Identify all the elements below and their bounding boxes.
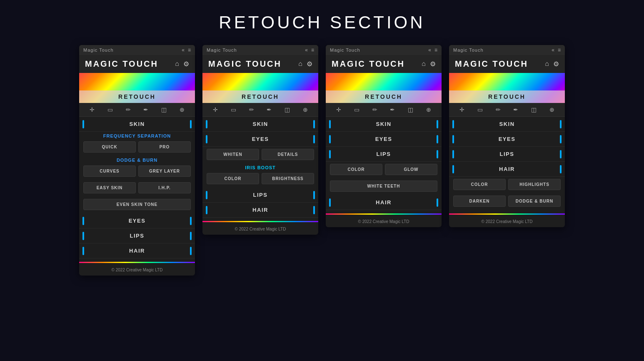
settings-icon[interactable]: ⚙	[307, 60, 312, 68]
panel-3: Magic Touch « ≡ MAGIC TOUCH ⌂ ⚙ RETOUCH …	[326, 45, 442, 227]
section-label: LIPS	[331, 148, 437, 160]
panel-1: Magic Touch « ≡ MAGIC TOUCH ⌂ ⚙ RETOUCH …	[79, 45, 195, 276]
page-title: RETOUCH SECTION	[219, 13, 425, 33]
home-icon[interactable]: ⌂	[422, 60, 426, 68]
section-row[interactable]: HAIR	[202, 203, 318, 218]
home-icon[interactable]: ⌂	[298, 60, 302, 68]
toolbar-icon[interactable]: ✒	[267, 106, 272, 113]
section-row[interactable]: EYES	[202, 132, 318, 147]
settings-icon[interactable]: ⚙	[553, 60, 559, 68]
panel-topbar-icons: « ≡	[428, 47, 437, 53]
toolbar-icon[interactable]: ▭	[231, 106, 236, 113]
menu-icon[interactable]: ≡	[311, 47, 314, 53]
panel-banner-overlay: RETOUCH	[202, 90, 318, 103]
toolbar-icon[interactable]: ✛	[459, 106, 464, 113]
panel-button[interactable]: EVEN SKIN TONE	[83, 199, 191, 210]
section-row[interactable]: LIPS	[79, 228, 195, 243]
toolbar-icon[interactable]: ▭	[477, 106, 483, 113]
settings-icon[interactable]: ⚙	[183, 60, 189, 68]
panel-button[interactable]: COLOR	[330, 164, 382, 175]
section-indicator-right	[437, 150, 438, 158]
menu-icon[interactable]: ≡	[558, 47, 561, 53]
toolbar-icon[interactable]: ✛	[213, 106, 218, 113]
panel-button[interactable]: GREY LAYER	[138, 165, 191, 177]
toolbar-icon[interactable]: ◫	[408, 106, 413, 113]
collapse-icon[interactable]: «	[428, 47, 431, 53]
panel-button[interactable]: PRO	[138, 141, 191, 153]
panel-button[interactable]: I.H.P.	[138, 182, 191, 193]
panel-4: Magic Touch « ≡ MAGIC TOUCH ⌂ ⚙ RETOUCH …	[449, 45, 565, 227]
panel-topbar-icons: « ≡	[552, 47, 561, 53]
panel-button[interactable]: WHITEN	[207, 149, 259, 160]
toolbar-icon[interactable]: ▭	[107, 106, 113, 113]
panel-button[interactable]: COLOR	[207, 173, 259, 184]
panel-button[interactable]: COLOR	[453, 179, 506, 190]
panel-button[interactable]: DODGE & BURN	[508, 196, 561, 207]
panel-button[interactable]: BRIGHTNESS	[262, 173, 314, 184]
panel-button[interactable]: GLOW	[385, 164, 437, 175]
btn-grid: WHITENDETAILS	[202, 147, 318, 163]
panel-button[interactable]: WHITE TEETH	[330, 180, 437, 192]
panel-button[interactable]: DARKEN	[453, 196, 506, 207]
section-label: SKIN	[331, 118, 437, 130]
section-row[interactable]: EYES	[449, 132, 565, 147]
section-row[interactable]: LIPS	[326, 147, 442, 162]
toolbar-icon[interactable]: ◫	[531, 106, 537, 113]
panel-topbar-title: Magic Touch	[453, 48, 484, 53]
home-icon[interactable]: ⌂	[175, 60, 179, 68]
section-row[interactable]: EYES	[326, 132, 442, 147]
toolbar-icon[interactable]: ✒	[143, 106, 148, 113]
section-row[interactable]: LIPS	[449, 147, 565, 162]
panel-button[interactable]: CURVES	[83, 165, 136, 177]
panel-topbar: Magic Touch « ≡	[449, 45, 565, 55]
section-row[interactable]: SKIN	[449, 117, 565, 132]
panel-banner-label: RETOUCH	[242, 93, 279, 100]
panel-button[interactable]: QUICK	[83, 141, 136, 153]
panel-button[interactable]: HIGHLIGHTS	[508, 179, 561, 190]
section-indicator-right	[560, 165, 562, 173]
toolbar-icon[interactable]: ⊕	[426, 106, 431, 113]
section-row[interactable]: HAIR	[326, 195, 442, 210]
toolbar-icon[interactable]: ◫	[285, 106, 290, 113]
toolbar-icon[interactable]: ⊕	[303, 106, 308, 113]
section-indicator-right	[437, 135, 438, 143]
btn-grid: DARKENDODGE & BURN	[449, 193, 565, 210]
toolbar-icon[interactable]: ✒	[513, 106, 518, 113]
section-indicator-right	[560, 150, 562, 158]
panel-banner: RETOUCH	[79, 73, 195, 103]
section-row[interactable]: HAIR	[449, 162, 565, 177]
section-row[interactable]: SKIN	[79, 117, 195, 132]
toolbar-icon[interactable]: ✛	[336, 106, 341, 113]
toolbar-icon[interactable]: ◫	[161, 106, 167, 113]
settings-icon[interactable]: ⚙	[430, 60, 436, 68]
section-row[interactable]: LIPS	[202, 188, 318, 203]
panels-container: Magic Touch « ≡ MAGIC TOUCH ⌂ ⚙ RETOUCH …	[79, 45, 565, 276]
section-label: LIPS	[84, 229, 190, 242]
collapse-icon[interactable]: «	[305, 47, 308, 53]
toolbar-icon[interactable]: ✏	[249, 106, 254, 113]
toolbar-icon[interactable]: ⊕	[180, 106, 185, 113]
menu-icon[interactable]: ≡	[188, 47, 191, 53]
section-row[interactable]: EYES	[79, 213, 195, 228]
section-row[interactable]: SKIN	[326, 117, 442, 132]
panel-button[interactable]: DETAILS	[262, 149, 314, 160]
section-indicator-right	[190, 232, 192, 240]
section-row[interactable]: SKIN	[202, 117, 318, 132]
toolbar-icon[interactable]: ⊕	[549, 106, 554, 113]
toolbar-icon[interactable]: ✒	[390, 106, 395, 113]
toolbar-icon[interactable]: ▭	[354, 106, 359, 113]
toolbar-icon[interactable]: ✏	[126, 106, 131, 113]
section-row[interactable]: HAIR	[79, 243, 195, 258]
collapse-icon[interactable]: «	[182, 47, 185, 53]
toolbar-icon[interactable]: ✏	[372, 106, 377, 113]
section-indicator-right	[437, 120, 438, 128]
panel-toolbar: ✛▭✏✒◫⊕	[79, 103, 195, 117]
home-icon[interactable]: ⌂	[545, 60, 549, 68]
toolbar-icon[interactable]: ✏	[496, 106, 501, 113]
collapse-icon[interactable]: «	[552, 47, 554, 53]
toolbar-icon[interactable]: ✛	[90, 106, 95, 113]
panel-topbar-title: Magic Touch	[207, 48, 237, 53]
panel-button[interactable]: EASY SKIN	[83, 182, 136, 193]
panel-header: MAGIC TOUCH ⌂ ⚙	[202, 55, 318, 73]
menu-icon[interactable]: ≡	[434, 47, 437, 53]
